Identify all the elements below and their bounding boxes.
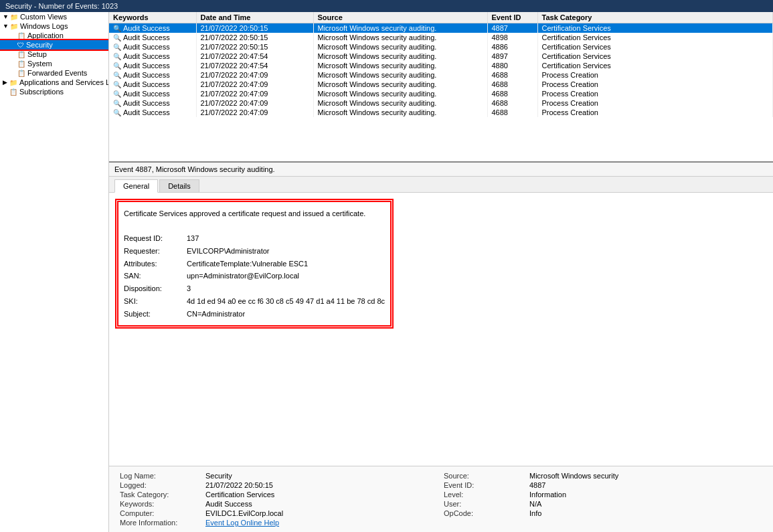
main-layout: ▼📁Custom Views▼📁Windows Logs📋Application… xyxy=(0,12,773,532)
log-table: Keywords Date and Time Source Event ID T… xyxy=(109,12,773,117)
cell-source: Microsoft Windows security auditing. xyxy=(313,70,487,80)
col-datetime[interactable]: Date and Time xyxy=(196,12,313,23)
cell-keywords: 🔍Audit Success xyxy=(109,23,196,33)
col-keywords[interactable]: Keywords xyxy=(109,12,196,23)
meta-user-label: User: xyxy=(444,500,524,508)
audit-success-icon: 🔍 xyxy=(113,90,121,98)
table-row[interactable]: 🔍Audit Success21/07/2022 20:47:09Microso… xyxy=(109,80,773,89)
cell-taskcategory: Process Creation xyxy=(537,98,773,108)
table-row[interactable]: 🔍Audit Success21/07/2022 20:47:09Microso… xyxy=(109,70,773,80)
cell-datetime: 21/07/2022 20:47:09 xyxy=(196,108,313,117)
meta-logged-label: Logged: xyxy=(120,481,200,489)
meta-level-label: Level: xyxy=(444,491,524,499)
col-source[interactable]: Source xyxy=(313,12,487,23)
sidebar-item-application[interactable]: 📋Application xyxy=(0,31,108,40)
sidebar-item-custom-views[interactable]: ▼📁Custom Views xyxy=(0,12,108,21)
cell-taskcategory: Certification Services xyxy=(537,23,773,33)
cell-eventid: 4880 xyxy=(487,61,537,70)
title-bar: Security - Number of Events: 1023 xyxy=(0,0,773,12)
event-field: Subject:CN=Administrator xyxy=(124,308,385,321)
table-row[interactable]: 🔍Audit Success21/07/2022 20:47:54Microso… xyxy=(109,61,773,70)
audit-success-icon: 🔍 xyxy=(113,81,121,88)
meta-logname-label: Log Name: xyxy=(120,472,200,480)
log-tbody: 🔍Audit Success21/07/2022 20:50:15Microso… xyxy=(109,23,773,118)
sidebar-item-security[interactable]: 🛡Security xyxy=(0,40,108,50)
table-header-row: Keywords Date and Time Source Event ID T… xyxy=(109,12,773,23)
event-field: Request ID:137 xyxy=(124,232,385,245)
cell-keywords: 🔍Audit Success xyxy=(109,70,196,80)
col-eventid[interactable]: Event ID xyxy=(487,12,537,23)
cell-source: Microsoft Windows security auditing. xyxy=(313,52,487,61)
cell-taskcategory: Certification Services xyxy=(537,52,773,61)
meta-user-value: N/A xyxy=(529,500,762,508)
event-log-online-help-link[interactable]: Event Log Online Help xyxy=(205,519,438,527)
audit-success-icon: 🔍 xyxy=(113,62,121,70)
cell-eventid: 4688 xyxy=(487,108,537,117)
sidebar-item-icon: 📋 xyxy=(9,88,17,96)
table-row[interactable]: 🔍Audit Success21/07/2022 20:50:15Microso… xyxy=(109,42,773,52)
table-row[interactable]: 🔍Audit Success21/07/2022 20:47:09Microso… xyxy=(109,108,773,117)
event-description: Certificate Services approved a certific… xyxy=(124,207,385,220)
event-field-label: SAN: xyxy=(124,270,184,282)
sidebar-item-forwarded-events[interactable]: 📋Forwarded Events xyxy=(0,68,108,78)
sidebar-item-apps-services[interactable]: ▶📁Applications and Services Lo xyxy=(0,78,108,87)
cell-taskcategory: Certification Services xyxy=(537,42,773,52)
table-row[interactable]: 🔍Audit Success21/07/2022 20:50:15Microso… xyxy=(109,23,773,33)
sidebar-item-label: Security xyxy=(26,41,53,49)
sidebar-item-system[interactable]: 📋System xyxy=(0,59,108,68)
event-field-value: CN=Administrator xyxy=(187,308,245,321)
content-area: Keywords Date and Time Source Event ID T… xyxy=(109,12,773,532)
cell-datetime: 21/07/2022 20:50:15 xyxy=(196,33,313,42)
cell-source: Microsoft Windows security auditing. xyxy=(313,80,487,89)
event-field-value: upn=Administrator@EvilCorp.local xyxy=(187,270,299,282)
meta-taskcategory-label: Task Category: xyxy=(120,491,200,499)
cell-datetime: 21/07/2022 20:47:09 xyxy=(196,98,313,108)
table-row[interactable]: 🔍Audit Success21/07/2022 20:50:15Microso… xyxy=(109,33,773,42)
tab-details[interactable]: Details xyxy=(159,179,199,192)
meta-grid: Log Name: Security Source: Microsoft Win… xyxy=(120,472,762,527)
meta-opcode-value: Info xyxy=(529,509,762,517)
sidebar-item-icon: 📁 xyxy=(10,13,18,21)
table-row[interactable]: 🔍Audit Success21/07/2022 20:47:09Microso… xyxy=(109,98,773,108)
meta-taskcategory-value: Certification Services xyxy=(205,491,438,499)
cell-datetime: 21/07/2022 20:47:09 xyxy=(196,89,313,98)
table-row[interactable]: 🔍Audit Success21/07/2022 20:47:09Microso… xyxy=(109,89,773,98)
cell-keywords: 🔍Audit Success xyxy=(109,42,196,52)
detail-title: Event 4887, Microsoft Windows security a… xyxy=(109,163,773,177)
meta-computer-label: Computer: xyxy=(120,509,200,517)
cell-taskcategory: Certification Services xyxy=(537,61,773,70)
cell-datetime: 21/07/2022 20:47:54 xyxy=(196,61,313,70)
col-taskcategory[interactable]: Task Category xyxy=(537,12,773,23)
event-field-value: 137 xyxy=(187,232,199,245)
sidebar-item-label: Subscriptions xyxy=(19,88,64,96)
event-field-label: Attributes: xyxy=(124,258,184,270)
meta-level-value: Information xyxy=(529,491,762,499)
expand-icon: ▶ xyxy=(3,79,8,86)
event-field: Requester:EVILCORP\Administrator xyxy=(124,245,385,258)
sidebar-item-subscriptions[interactable]: 📋Subscriptions xyxy=(0,87,108,96)
table-row[interactable]: 🔍Audit Success21/07/2022 20:47:54Microso… xyxy=(109,52,773,61)
tab-general[interactable]: General xyxy=(114,179,158,193)
sidebar-item-setup[interactable]: 📋Setup xyxy=(0,50,108,59)
cell-eventid: 4898 xyxy=(487,33,537,42)
cell-source: Microsoft Windows security auditing. xyxy=(313,23,487,33)
audit-success-icon: 🔍 xyxy=(113,100,121,107)
meta-source-label: Source: xyxy=(444,472,524,480)
event-field: Disposition:3 xyxy=(124,282,385,295)
sidebar-item-icon: 🛡 xyxy=(17,41,24,49)
meta-source-value: Microsoft Windows security xyxy=(529,472,762,480)
detail-content: Certificate Services approved a certific… xyxy=(109,193,773,466)
sidebar-item-icon: 📋 xyxy=(17,32,25,39)
event-field: SKI:4d 1d ed 94 a0 ee cc f6 30 c8 c5 49 … xyxy=(124,295,385,308)
sidebar-item-label: System xyxy=(27,60,52,68)
event-field-label: Disposition: xyxy=(124,282,184,295)
sidebar-item-windows-logs[interactable]: ▼📁Windows Logs xyxy=(0,21,108,31)
cell-datetime: 21/07/2022 20:50:15 xyxy=(196,42,313,52)
sidebar-item-label: Windows Logs xyxy=(20,22,68,30)
meta-keywords-value: Audit Success xyxy=(205,500,438,508)
app-container: Security - Number of Events: 1023 ▼📁Cust… xyxy=(0,0,773,532)
cell-taskcategory: Certification Services xyxy=(537,33,773,42)
expand-icon: ▼ xyxy=(3,13,9,20)
event-field-value: EVILCORP\Administrator xyxy=(187,245,269,258)
sidebar-item-label: Setup xyxy=(27,50,47,58)
